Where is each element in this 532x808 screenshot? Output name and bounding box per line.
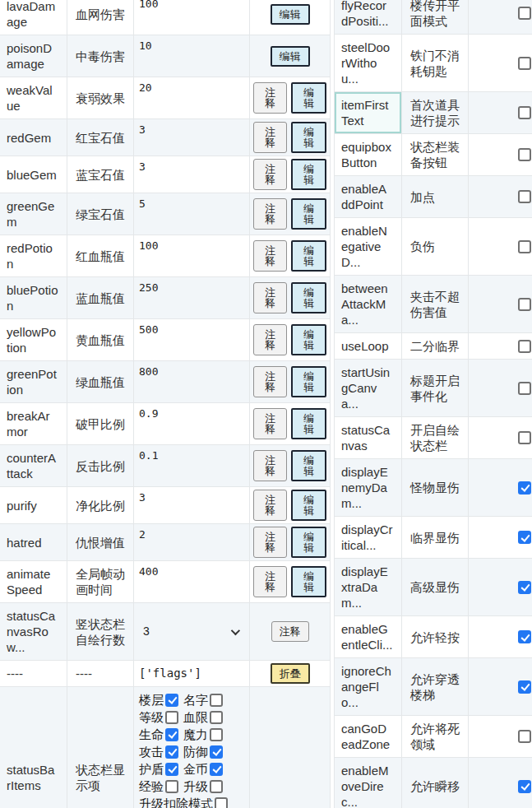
- setting-checkbox[interactable]: [518, 481, 531, 495]
- flag-checkbox[interactable]: [210, 780, 223, 793]
- setting-value[interactable]: 3: [134, 487, 250, 523]
- setting-value[interactable]: 2: [134, 524, 250, 560]
- setting-value[interactable]: 0.1: [134, 445, 250, 486]
- edit-button[interactable]: 编辑: [291, 490, 326, 521]
- comment-button[interactable]: 注释: [253, 450, 287, 481]
- edit-button[interactable]: 编辑: [291, 450, 326, 481]
- setting-checkbox[interactable]: [518, 680, 531, 694]
- flag-checkbox[interactable]: [165, 780, 178, 793]
- setting-value[interactable]: 0.9: [134, 403, 250, 444]
- setting-value[interactable]: 10: [134, 35, 250, 77]
- status-canvas-rows-select[interactable]: 3: [139, 622, 244, 642]
- comment-button[interactable]: 注释: [271, 621, 309, 642]
- row-lavaDamage: lavaDamage 血网伤害 100 编辑: [0, 0, 330, 35]
- comment-button[interactable]: 注释: [253, 122, 287, 153]
- setting-value[interactable]: 100: [134, 0, 250, 35]
- row-actions: [250, 687, 330, 808]
- flag-checkbox[interactable]: [210, 763, 223, 776]
- setting-value[interactable]: ['flags']: [134, 661, 250, 686]
- edit-button[interactable]: 编辑: [291, 240, 326, 272]
- setting-value[interactable]: 3: [134, 603, 250, 660]
- setting-checkbox[interactable]: [518, 780, 531, 793]
- setting-checkbox[interactable]: [518, 7, 531, 20]
- row-statusBarItems: statusBarItems 状态栏显示项 楼层名字等级血限生命魔力攻击防御护盾…: [0, 687, 330, 808]
- comment-button[interactable]: 注释: [253, 82, 287, 114]
- status-bar-items-list: 楼层名字等级血限生命魔力攻击防御护盾金币经验升级升级扣除模式钥匙绿钥破炸负面技能: [139, 690, 244, 808]
- setting-key: enableNegativeD...: [335, 218, 402, 275]
- setting-value[interactable]: 楼层名字等级血限生命魔力攻击防御护盾金币经验升级升级扣除模式钥匙绿钥破炸负面技能: [134, 687, 250, 808]
- setting-description: 怪物显伤: [402, 459, 469, 516]
- setting-checkbox[interactable]: [518, 106, 531, 119]
- flag-checkbox[interactable]: [165, 763, 178, 776]
- flag-checkbox[interactable]: [210, 694, 223, 707]
- comment-button[interactable]: 注释: [253, 408, 287, 439]
- setting-key: startUsingCanva...: [335, 360, 402, 416]
- edit-button[interactable]: 编辑: [291, 198, 326, 230]
- flag-checkbox[interactable]: [215, 797, 228, 808]
- setting-value[interactable]: 800: [134, 361, 250, 402]
- setting-value[interactable]: 3: [134, 119, 250, 156]
- edit-button[interactable]: 编辑: [291, 408, 326, 439]
- setting-checkbox[interactable]: [518, 148, 531, 161]
- edit-button[interactable]: 编辑: [291, 366, 326, 397]
- setting-checkbox[interactable]: [518, 57, 531, 70]
- flag-checkbox[interactable]: [210, 745, 223, 759]
- edit-button[interactable]: 编辑: [291, 527, 326, 558]
- comment-button[interactable]: 注释: [253, 490, 287, 521]
- edit-button[interactable]: 编辑: [291, 282, 326, 313]
- setting-checkbox[interactable]: [518, 431, 531, 444]
- setting-description: 允许轻按: [402, 616, 469, 657]
- setting-checkbox[interactable]: [518, 531, 531, 544]
- flag-item: 等级: [139, 708, 178, 726]
- flag-checkbox[interactable]: [210, 711, 223, 724]
- setting-key: flyRecordPositi...: [335, 0, 402, 34]
- setting-checkbox-cell: [469, 176, 532, 217]
- flag-checkbox[interactable]: [165, 728, 178, 741]
- setting-value[interactable]: 250: [134, 277, 250, 318]
- setting-value[interactable]: 500: [134, 319, 250, 360]
- setting-value[interactable]: 20: [134, 77, 250, 118]
- comment-button[interactable]: 注释: [253, 324, 287, 355]
- edit-button[interactable]: 编辑: [271, 46, 310, 67]
- setting-checkbox-cell: [469, 333, 532, 359]
- setting-checkbox[interactable]: [518, 382, 531, 395]
- setting-value[interactable]: 5: [134, 193, 250, 235]
- edit-button[interactable]: 编辑: [271, 4, 310, 25]
- setting-checkbox[interactable]: [518, 190, 531, 203]
- setting-checkbox[interactable]: [518, 240, 531, 253]
- flag-checkbox[interactable]: [210, 728, 223, 741]
- setting-key: redPotion: [0, 235, 67, 276]
- flags-table: flyRecordPositi... 楼传开平面模式 steelDoorWith…: [334, 0, 532, 808]
- setting-checkbox-cell: [469, 134, 532, 175]
- flag-item: 金币: [183, 760, 223, 778]
- fold-button[interactable]: 折叠: [271, 663, 310, 684]
- setting-checkbox[interactable]: [518, 581, 531, 594]
- flag-checkbox[interactable]: [165, 745, 178, 759]
- setting-checkbox[interactable]: [518, 298, 531, 311]
- row-actions: 注释编辑: [250, 403, 330, 444]
- comment-button[interactable]: 注释: [253, 366, 287, 397]
- setting-value[interactable]: 400: [134, 561, 250, 602]
- comment-button[interactable]: 注释: [253, 282, 287, 313]
- setting-checkbox-cell: [469, 616, 532, 657]
- setting-value[interactable]: 3: [134, 156, 250, 193]
- setting-checkbox[interactable]: [518, 630, 531, 643]
- setting-checkbox-cell: [469, 360, 532, 416]
- edit-button[interactable]: 编辑: [291, 82, 326, 114]
- setting-checkbox[interactable]: [518, 730, 531, 743]
- edit-button[interactable]: 编辑: [291, 324, 326, 355]
- comment-button[interactable]: 注释: [253, 566, 287, 597]
- row-breakArmor: breakArmor 破甲比例 0.9 注释编辑: [0, 403, 330, 445]
- setting-checkbox-cell: [469, 417, 532, 458]
- flag-checkbox[interactable]: [165, 711, 178, 724]
- comment-button[interactable]: 注释: [253, 527, 287, 558]
- flag-checkbox[interactable]: [165, 694, 178, 707]
- comment-button[interactable]: 注释: [253, 159, 287, 190]
- edit-button[interactable]: 编辑: [291, 159, 326, 190]
- setting-checkbox[interactable]: [518, 340, 531, 353]
- edit-button[interactable]: 编辑: [291, 122, 326, 153]
- comment-button[interactable]: 注释: [253, 240, 287, 272]
- setting-value[interactable]: 100: [134, 235, 250, 276]
- comment-button[interactable]: 注释: [253, 198, 287, 230]
- edit-button[interactable]: 编辑: [291, 566, 326, 597]
